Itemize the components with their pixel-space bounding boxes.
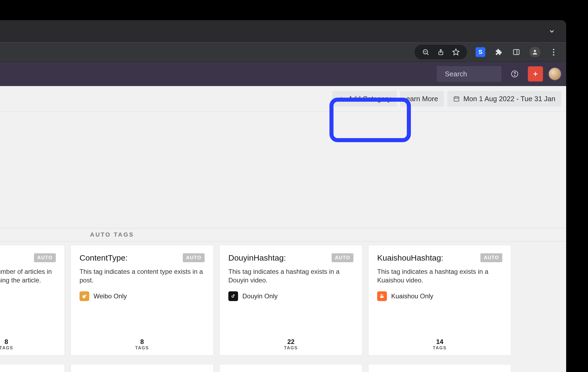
- help-button[interactable]: [507, 66, 522, 82]
- search-box[interactable]: [437, 66, 501, 82]
- card-title: DouyinHashtag:: [228, 253, 286, 262]
- card-platform: Weibo Only: [80, 291, 205, 301]
- svg-point-11: [514, 75, 515, 76]
- page-toolbar: Add Category earn More Mon 1 Aug 2022 - …: [0, 86, 566, 112]
- browser-tab-bar: [0, 20, 566, 42]
- date-range-button[interactable]: Mon 1 Aug 2022 - Tue 31 Jan: [447, 91, 561, 107]
- tag-card-stub[interactable]: [219, 364, 362, 372]
- platform-label: Kuaishou Only: [391, 292, 433, 300]
- svg-line-1: [427, 53, 428, 55]
- svg-point-23: [380, 294, 382, 295]
- plus-icon: [338, 96, 344, 102]
- svg-rect-22: [380, 296, 383, 298]
- section-header: AUTO TAGS: [0, 228, 566, 241]
- add-button[interactable]: [528, 66, 543, 81]
- extension-s-icon[interactable]: S: [476, 47, 485, 57]
- user-avatar[interactable]: [548, 67, 561, 80]
- svg-point-21: [83, 296, 84, 297]
- address-bar-actions: S: [415, 45, 558, 59]
- svg-point-20: [82, 295, 85, 298]
- svg-point-24: [382, 295, 383, 296]
- tag-count-label: TAGS: [80, 346, 205, 350]
- app-header: [0, 62, 566, 86]
- card-platform: Kuaishou Only: [377, 291, 502, 301]
- zoom-icon[interactable]: [421, 47, 430, 57]
- cards-row-2: [0, 364, 566, 372]
- kuaishou-icon: [377, 291, 387, 301]
- card-description: This tag indicates a content type exists…: [80, 267, 205, 285]
- tag-count: 22: [228, 338, 353, 346]
- learn-more-label: earn More: [406, 95, 438, 103]
- tag-count-label: TAGS: [228, 346, 353, 350]
- tag-card-stub[interactable]: [71, 364, 214, 372]
- address-bar-pill-group: [415, 45, 467, 59]
- tag-card[interactable]: InPush: AUTO ndicates the number of arti…: [0, 245, 65, 356]
- tag-card-stub[interactable]: [368, 364, 511, 372]
- chrome-window: 30799999 S: [0, 20, 566, 372]
- svg-point-7: [534, 50, 536, 52]
- extensions-icon[interactable]: [494, 47, 503, 57]
- calendar-icon: [453, 95, 460, 102]
- tag-count: 8: [0, 338, 56, 346]
- card-description: This tag indicates a hashtag exists in a…: [228, 267, 353, 285]
- svg-rect-5: [514, 50, 519, 55]
- tag-card[interactable]: DouyinHashtag: AUTO This tag indicates a…: [219, 245, 362, 356]
- weibo-icon: [80, 291, 89, 301]
- auto-badge: AUTO: [34, 253, 56, 262]
- douyin-icon: [228, 291, 238, 301]
- main-content: AUTO TAGS InPush: AUTO ndicates the numb…: [0, 112, 566, 372]
- svg-rect-16: [454, 97, 459, 101]
- card-description: ndicates the number of articles in at pu…: [0, 267, 56, 285]
- learn-more-button[interactable]: earn More: [400, 91, 444, 107]
- tag-card[interactable]: ContentType: AUTO This tag indicates a c…: [71, 245, 214, 356]
- add-category-button[interactable]: Add Category: [332, 91, 397, 107]
- star-icon[interactable]: [451, 47, 460, 57]
- tag-count: 8: [80, 338, 205, 346]
- tag-card-stub[interactable]: [0, 364, 65, 372]
- platform-label: Weibo Only: [94, 292, 127, 300]
- svg-marker-4: [453, 49, 459, 55]
- auto-badge: AUTO: [332, 253, 353, 262]
- card-feature: at Only: [0, 303, 56, 310]
- card-feature: ally Exclusive: [0, 291, 56, 299]
- browser-address-bar: 30799999 S: [0, 42, 566, 62]
- tag-card[interactable]: KuaishouHashtag: AUTO This tag indicates…: [368, 245, 511, 356]
- profile-avatar-icon[interactable]: [529, 47, 540, 57]
- auto-badge: AUTO: [183, 253, 205, 262]
- cards-row: InPush: AUTO ndicates the number of arti…: [0, 245, 566, 356]
- card-platform: Douyin Only: [228, 291, 353, 301]
- more-vert-icon[interactable]: [549, 47, 558, 57]
- chevron-down-icon[interactable]: [548, 28, 555, 35]
- card-title: ContentType:: [80, 253, 128, 262]
- add-category-label: Add Category: [348, 95, 391, 103]
- tag-count-label: TAGS: [377, 346, 502, 350]
- card-title: KuaishouHashtag:: [377, 253, 443, 262]
- auto-badge: AUTO: [480, 253, 502, 262]
- tag-count-label: TAGS: [0, 346, 56, 350]
- card-description: This tag indicates a hashtag exists in a…: [377, 267, 502, 285]
- platform-label: Douyin Only: [242, 292, 278, 300]
- date-range-label: Mon 1 Aug 2022 - Tue 31 Jan: [463, 95, 555, 103]
- share-icon[interactable]: [436, 47, 445, 57]
- tag-count: 14: [377, 338, 502, 346]
- section-auto-tags-label: AUTO TAGS: [90, 231, 134, 238]
- panel-icon[interactable]: [512, 47, 521, 57]
